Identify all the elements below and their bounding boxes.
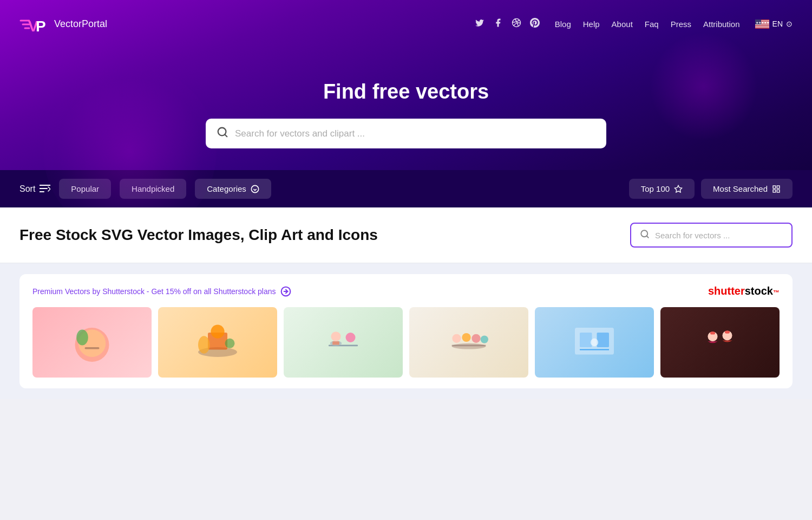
svg-rect-59 [580, 333, 592, 347]
nav-help[interactable]: Help [583, 20, 600, 29]
logo-link[interactable]: V P VectorPortal [19, 10, 107, 38]
sort-icon [40, 184, 50, 194]
svg-rect-32 [777, 190, 780, 192]
svg-point-44 [211, 325, 224, 339]
svg-text:P: P [36, 18, 46, 35]
social-icons-group [475, 18, 540, 30]
svg-rect-17 [755, 27, 769, 27]
dribbble-icon[interactable] [512, 18, 521, 30]
filter-right-group: Top 100 Most Searched [629, 179, 793, 199]
hero-content: Find free vectors [0, 48, 812, 170]
logo-text: VectorPortal [54, 18, 107, 30]
svg-rect-16 [755, 25, 769, 26]
shutterstock-promo-text: Premium Vectors by Shutterstock - Get 15… [32, 287, 276, 296]
nav-links-group: Blog Help About Faq Press Attribution [555, 20, 740, 29]
svg-marker-28 [675, 185, 682, 192]
svg-rect-65 [710, 332, 715, 334]
svg-rect-14 [755, 24, 769, 25]
nav-faq[interactable]: Faq [645, 20, 659, 29]
filter-most-searched-btn[interactable]: Most Searched [701, 179, 793, 199]
section-title: Free Stock SVG Vector Images, Clip Art a… [19, 226, 378, 244]
shutterstock-promo-link[interactable]: Premium Vectors by Shutterstock - Get 15… [32, 286, 291, 297]
shutterstock-image-2[interactable] [158, 307, 277, 378]
shutterstock-logo: shutterstock™ [708, 285, 780, 297]
shutterstock-header: Premium Vectors by Shutterstock - Get 15… [32, 285, 780, 297]
svg-point-55 [472, 334, 480, 343]
svg-point-57 [452, 343, 486, 349]
svg-rect-15 [755, 25, 769, 25]
nav-blog[interactable]: Blog [555, 20, 571, 29]
svg-rect-19 [755, 28, 769, 28]
filter-top100-btn[interactable]: Top 100 [629, 179, 695, 199]
lang-label: EN [772, 20, 783, 28]
hero-search-icon [217, 126, 228, 141]
facebook-icon[interactable] [493, 18, 503, 30]
svg-text:★★★★★★★★★★★★★★★★★★★★★★★★★★★★★★: ★★★★★★★★★★★★★★★★★★★★★★★★★★★★★★★★★★★★★★★★… [756, 21, 769, 24]
svg-point-54 [462, 333, 470, 342]
svg-point-49 [331, 332, 341, 341]
svg-point-56 [481, 335, 488, 343]
pinterest-icon[interactable] [530, 18, 540, 30]
shutterstock-image-3[interactable] [284, 307, 403, 378]
nav-press[interactable]: Press [671, 20, 691, 29]
svg-point-45 [198, 336, 210, 353]
svg-point-39 [76, 330, 88, 346]
language-selector[interactable]: ★★★★★★★★★★★★★★★★★★★★★★★★★★★★★★★★★★★★★★★★… [755, 20, 793, 29]
us-flag-icon: ★★★★★★★★★★★★★★★★★★★★★★★★★★★★★★★★★★★★★★★★… [755, 20, 769, 29]
svg-line-34 [646, 236, 648, 237]
shutterstock-banner: Premium Vectors by Shutterstock - Get 15… [19, 274, 793, 388]
svg-rect-29 [773, 186, 776, 188]
svg-point-53 [452, 334, 461, 343]
svg-rect-31 [773, 190, 776, 192]
hero-search-input[interactable] [235, 128, 595, 139]
main-search-icon [640, 229, 650, 241]
shutterstock-section: Premium Vectors by Shutterstock - Get 15… [0, 263, 812, 399]
svg-point-46 [225, 339, 235, 348]
svg-rect-66 [725, 330, 730, 333]
svg-rect-41 [85, 347, 100, 349]
svg-point-62 [591, 339, 598, 346]
twitter-icon[interactable] [475, 18, 484, 30]
shutterstock-image-4[interactable] [409, 307, 528, 378]
svg-point-50 [346, 333, 356, 342]
hero-search-bar[interactable] [206, 119, 606, 148]
main-search-input[interactable] [655, 231, 783, 240]
nav-attribution[interactable]: Attribution [703, 20, 740, 29]
sort-label: Sort [19, 184, 50, 194]
vp-logo-icon: V P [19, 10, 48, 38]
hero-title: Find free vectors [11, 80, 801, 103]
svg-rect-51 [332, 341, 339, 344]
shutterstock-image-1[interactable] [32, 307, 152, 378]
svg-point-27 [251, 185, 258, 192]
svg-rect-60 [597, 333, 610, 347]
main-content-header: Free Stock SVG Vector Images, Clip Art a… [0, 207, 812, 263]
shutterstock-image-5[interactable] [535, 307, 654, 378]
shutterstock-image-6[interactable] [660, 307, 780, 378]
svg-rect-18 [755, 27, 769, 28]
shutterstock-images-row [32, 307, 780, 378]
hero-section: V P VectorPortal [0, 0, 812, 207]
svg-rect-30 [777, 186, 780, 188]
nav-about[interactable]: About [612, 20, 633, 29]
nav-right-area: Blog Help About Faq Press Attribution [475, 18, 793, 30]
svg-line-23 [225, 134, 227, 136]
lang-dropdown-icon: ⊙ [786, 20, 793, 28]
main-search-bar[interactable] [630, 223, 793, 248]
